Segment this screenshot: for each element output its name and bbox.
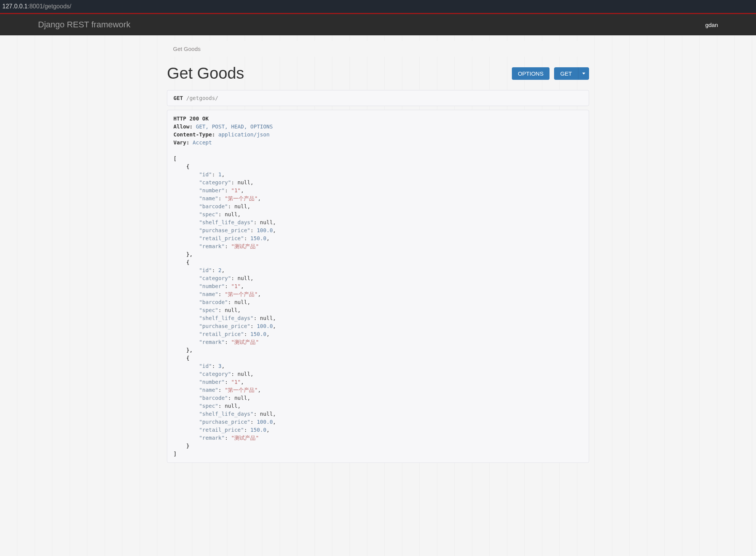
header-content-type-value: application/json xyxy=(218,131,270,138)
response-status: HTTP 200 OK xyxy=(173,116,209,122)
page-title: Get Goods xyxy=(167,64,244,82)
get-button-group: GET xyxy=(554,67,589,80)
get-button[interactable]: GET xyxy=(554,67,578,80)
response-body: [ { "id": 1, "category": null, "number":… xyxy=(173,155,276,457)
header-vary-key: Vary: xyxy=(173,139,189,146)
breadcrumb: Get Goods xyxy=(167,41,589,57)
url-path: :8001/getgoods/ xyxy=(28,3,71,10)
request-info: GET /getgoods/ xyxy=(167,90,589,106)
brand-link[interactable]: Django REST framework xyxy=(38,20,130,30)
breadcrumb-item[interactable]: Get Goods xyxy=(173,46,201,52)
header-allow-key: Allow: xyxy=(173,124,193,130)
url-host: 127.0.0.1 xyxy=(2,3,28,10)
navbar: Django REST framework gdan xyxy=(0,14,756,35)
header-content-type-key: Content-Type: xyxy=(173,131,215,138)
user-menu[interactable]: gdan xyxy=(705,22,718,28)
options-button[interactable]: OPTIONS xyxy=(512,67,550,80)
browser-address-bar[interactable]: 127.0.0.1:8001/getgoods/ xyxy=(0,0,756,13)
header-allow-value: GET, POST, HEAD, OPTIONS xyxy=(196,124,273,130)
response-info: HTTP 200 OK Allow: GET, POST, HEAD, OPTI… xyxy=(167,110,589,463)
chevron-down-icon xyxy=(582,73,585,74)
header-vary-value: Accept xyxy=(193,139,212,146)
request-path: /getgoods/ xyxy=(186,95,218,101)
request-method: GET xyxy=(173,95,183,101)
get-dropdown-toggle[interactable] xyxy=(578,67,589,80)
